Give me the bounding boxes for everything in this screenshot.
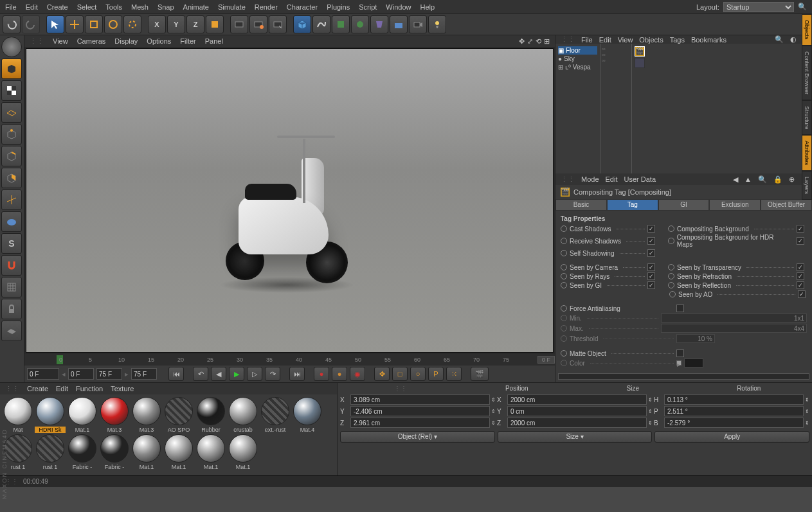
material-label[interactable]: ext.-rust — [260, 427, 291, 433]
coord-apply-button[interactable]: Apply — [654, 431, 809, 443]
vp-layout-icon[interactable]: ⊞ — [544, 37, 550, 46]
range-start-input[interactable] — [68, 368, 94, 380]
material-label[interactable]: Fabric - — [67, 464, 98, 470]
misc-button[interactable] — [1, 321, 22, 341]
prop-check[interactable]: ✓ — [797, 263, 804, 271]
next-frame-button[interactable]: ▷ — [247, 367, 262, 381]
modeling-button[interactable] — [351, 15, 369, 33]
vp-options[interactable]: Options — [147, 37, 171, 45]
prop-check[interactable]: ✓ — [647, 249, 655, 257]
menu-plugins[interactable]: Plugins — [327, 3, 350, 11]
material-ball[interactable] — [197, 434, 225, 463]
coord-object-button[interactable]: Object (Rel) ▾ — [340, 431, 495, 443]
vp-cameras[interactable]: Cameras — [77, 37, 106, 45]
om-bookmarks[interactable]: Bookmarks — [691, 36, 726, 44]
menu-script[interactable]: Script — [359, 3, 377, 11]
goto-end-button[interactable]: ⏭ — [289, 367, 305, 381]
side-tab-structure[interactable]: Structure — [802, 100, 812, 136]
material-ball[interactable] — [100, 434, 129, 463]
vp-filter[interactable]: Filter — [180, 37, 195, 45]
menu-render[interactable]: Render — [255, 3, 278, 11]
tab-exclusion[interactable]: Exclusion — [709, 199, 761, 211]
workplane-button[interactable] — [1, 102, 22, 123]
material-label[interactable]: HDRI Sk — [35, 427, 66, 433]
x-axis-button[interactable]: X — [148, 15, 166, 33]
tree-vespa[interactable]: ⊞ ʟ⁰ Vespa — [558, 63, 597, 71]
last-tool[interactable] — [123, 15, 141, 33]
material-ball[interactable] — [132, 397, 161, 425]
menu-help[interactable]: Help — [420, 3, 435, 11]
matte-check[interactable] — [676, 349, 684, 357]
material-ball[interactable] — [4, 397, 32, 425]
mm-edit[interactable]: Edit — [56, 385, 68, 393]
coord-size-input[interactable] — [507, 394, 647, 405]
coord-size-button[interactable]: Size ▾ — [498, 431, 653, 443]
aa-min-input[interactable] — [661, 313, 807, 322]
prop-check[interactable]: ✓ — [798, 290, 806, 298]
material-label[interactable]: rust 1 — [35, 464, 66, 470]
mm-function[interactable]: Function — [76, 385, 103, 393]
material-label[interactable]: Mat.1 — [228, 464, 258, 470]
render-region-button[interactable] — [249, 15, 267, 33]
am-up-icon[interactable]: 🔍 — [758, 175, 767, 184]
mm-texture[interactable]: Texture — [111, 385, 134, 393]
z-axis-button[interactable]: Z — [186, 15, 204, 33]
coord-rot-input[interactable] — [664, 418, 804, 428]
spline-button[interactable] — [312, 15, 330, 33]
cube-primitive-button[interactable] — [293, 15, 311, 33]
side-tab-attributes[interactable]: Attributes — [802, 135, 812, 171]
lock-button[interactable] — [1, 299, 22, 319]
material-ball[interactable] — [4, 434, 32, 463]
record-button[interactable]: ● — [314, 367, 329, 381]
coord-size-input[interactable] — [507, 418, 647, 428]
snap-button[interactable]: S — [1, 233, 22, 254]
render-view-button[interactable] — [230, 15, 248, 33]
material-label[interactable]: Mat.1 — [163, 464, 194, 470]
model-mode-button[interactable] — [1, 58, 22, 79]
texture-mode-button[interactable] — [1, 80, 22, 101]
vp-display[interactable]: Display — [114, 37, 138, 45]
param-key-button[interactable]: P — [428, 367, 444, 381]
material-ball[interactable] — [165, 397, 193, 425]
vp-nav-icon[interactable]: ✥ — [519, 37, 525, 46]
tab-tag[interactable]: Tag — [607, 199, 658, 211]
light-button[interactable] — [428, 15, 446, 33]
play-button[interactable]: ▶ — [229, 367, 244, 381]
move-tool[interactable] — [66, 15, 84, 33]
magnet-button[interactable] — [1, 255, 22, 276]
goto-start-button[interactable]: ⏮ — [168, 367, 184, 381]
prop-check[interactable]: ✓ — [797, 237, 804, 245]
material-ball[interactable] — [165, 434, 193, 463]
search-icon[interactable]: 🔍 — [798, 3, 807, 11]
rotate-tool[interactable] — [104, 15, 122, 33]
camera-button[interactable] — [409, 15, 427, 33]
om-tags[interactable]: Tags — [670, 36, 685, 44]
vp-rotate-icon[interactable]: ⟲ — [536, 37, 541, 46]
coord-size-input[interactable] — [507, 406, 647, 416]
soft-select-button[interactable] — [1, 211, 22, 232]
handle-icon[interactable]: ⋮⋮ — [5, 385, 19, 393]
point-mode-button[interactable] — [1, 124, 22, 145]
world-icon[interactable] — [1, 37, 22, 57]
pla-key-button[interactable]: ⁙ — [446, 367, 462, 381]
anim-mode-button[interactable]: 🎬 — [471, 367, 489, 381]
grid-snap-button[interactable] — [1, 277, 22, 297]
vp-panel[interactable]: Panel — [205, 37, 223, 45]
om-eye-icon[interactable]: ◐ — [790, 35, 797, 44]
material-ball[interactable] — [197, 397, 225, 425]
viewport-3d[interactable] — [26, 48, 554, 353]
material-label[interactable]: Fabric - — [99, 464, 130, 470]
menu-tools[interactable]: Tools — [105, 3, 122, 11]
om-view[interactable]: View — [618, 36, 633, 44]
coord-pos-input[interactable] — [350, 406, 490, 416]
material-label[interactable]: Mat.3 — [131, 427, 162, 433]
rot-key-button[interactable]: ○ — [410, 367, 426, 381]
prop-check[interactable]: ✓ — [797, 281, 804, 289]
attr-scrollbar[interactable] — [558, 373, 809, 380]
side-tab-content[interactable]: Content Browser — [802, 46, 812, 100]
am-mode[interactable]: Mode — [581, 175, 599, 183]
timeline[interactable]: 0 5 10 15 20 25 30 35 40 45 50 55 60 65 … — [24, 354, 555, 366]
prop-check[interactable]: ✓ — [647, 263, 655, 271]
material-ball[interactable] — [68, 397, 96, 425]
am-fwd-icon[interactable]: ▲ — [744, 175, 752, 183]
